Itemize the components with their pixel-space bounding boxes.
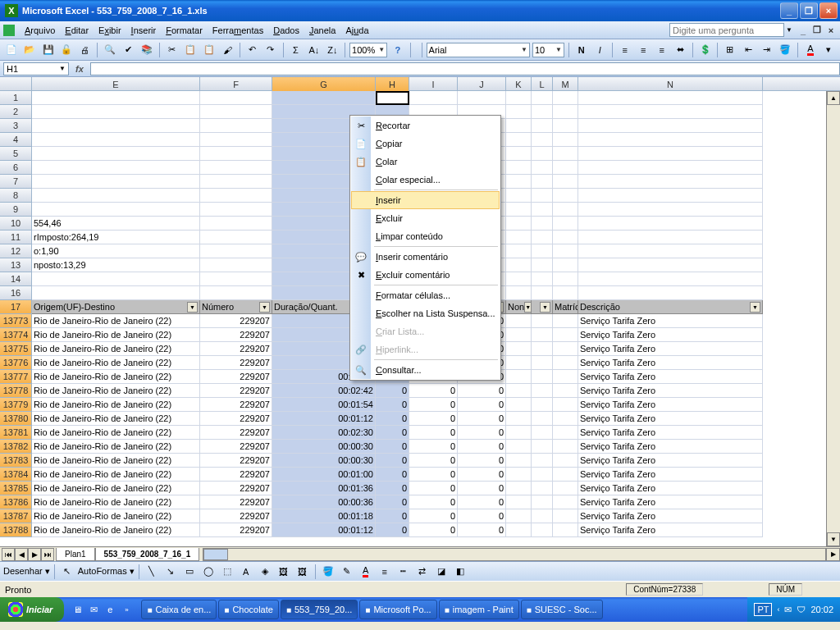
new-icon[interactable]: 📄	[3, 42, 19, 58]
row-header[interactable]: 13778	[0, 384, 32, 398]
cell[interactable]	[506, 203, 532, 217]
sheet-tab-active[interactable]: 553_759_2008_7_16_1	[95, 548, 200, 561]
quick-ie-icon[interactable]: e	[102, 601, 118, 618]
cell-origem[interactable]: Rio de Janeiro-Rio de Janeiro (22)	[32, 370, 200, 384]
cell-e[interactable]	[32, 105, 200, 119]
cell[interactable]	[532, 147, 553, 161]
cell-numero[interactable]: 229207	[200, 482, 272, 495]
cell-origem[interactable]: Rio de Janeiro-Rio de Janeiro (22)	[32, 426, 200, 440]
cell-duracao[interactable]: 00:02:30	[272, 426, 376, 440]
column-header-J[interactable]: J	[458, 77, 506, 91]
align-center-icon[interactable]: ≡	[635, 42, 651, 58]
cell[interactable]	[553, 105, 578, 119]
save-icon[interactable]: 💾	[40, 42, 56, 58]
currency-icon[interactable]: 💲	[697, 42, 713, 58]
cell-f[interactable]	[200, 258, 272, 272]
cell-descricao[interactable]: Serviço Tarifa Zero	[578, 356, 763, 370]
row-header[interactable]: 12	[0, 244, 32, 258]
horizontal-scrollbar[interactable]	[203, 548, 826, 561]
vertical-scrollbar[interactable]: ▲ ▼	[826, 91, 840, 546]
research-icon[interactable]: 📚	[139, 42, 154, 58]
cell[interactable]	[506, 105, 532, 119]
row-header[interactable]: 13784	[0, 468, 32, 482]
cell[interactable]	[532, 244, 553, 258]
column-filter-header[interactable]: ▼	[532, 300, 553, 314]
italic-icon[interactable]: I	[591, 42, 607, 58]
cell-descricao[interactable]: Serviço Tarifa Zero	[578, 384, 763, 398]
cell-k[interactable]	[506, 370, 532, 384]
cell-numero[interactable]: 229207	[200, 370, 272, 384]
cell[interactable]	[553, 244, 578, 258]
3d-icon[interactable]: ◧	[452, 564, 468, 580]
cell-k[interactable]	[506, 342, 532, 356]
cell-j[interactable]: 0	[458, 384, 506, 398]
cell-i[interactable]: 0	[409, 440, 458, 454]
cell[interactable]	[553, 203, 578, 217]
cell-e[interactable]: nposto:13,29	[32, 258, 200, 272]
cell-f[interactable]	[200, 147, 272, 161]
merge-icon[interactable]: ⬌	[672, 42, 687, 58]
cell[interactable]	[578, 105, 763, 119]
cell-numero[interactable]: 229207	[200, 468, 272, 482]
cell-origem[interactable]: Rio de Janeiro-Rio de Janeiro (22)	[32, 454, 200, 468]
cell-numero[interactable]: 229207	[200, 440, 272, 454]
row-header[interactable]: 13787	[0, 509, 32, 523]
cell-duracao[interactable]: 00:00:30	[272, 440, 376, 454]
cell[interactable]	[553, 91, 578, 105]
menu-editar[interactable]: Editar	[60, 24, 94, 37]
cell-origem[interactable]: Rio de Janeiro-Rio de Janeiro (22)	[32, 328, 200, 342]
cell[interactable]	[532, 231, 553, 244]
print-icon[interactable]: 🖨	[77, 42, 93, 58]
cell-m[interactable]	[553, 356, 578, 370]
cell[interactable]	[553, 175, 578, 189]
cell-l[interactable]	[532, 370, 553, 384]
start-button[interactable]: Iniciar	[0, 597, 64, 622]
cell[interactable]	[553, 258, 578, 272]
ask-question-input[interactable]	[669, 23, 784, 37]
cell-duracao[interactable]: 00:00:36	[272, 495, 376, 509]
cell[interactable]	[532, 286, 553, 300]
row-header[interactable]: 10	[0, 217, 32, 231]
autoshapes-menu[interactable]: AutoFormas ▾	[78, 566, 135, 577]
menu-janela[interactable]: Janela	[304, 24, 340, 37]
cell[interactable]	[532, 105, 553, 119]
column-header-M[interactable]: M	[553, 77, 578, 91]
cell-l[interactable]	[532, 440, 553, 454]
filter-button[interactable]: ▼	[259, 302, 270, 313]
cell[interactable]	[532, 175, 553, 189]
cell-h[interactable]: 0	[376, 495, 409, 509]
ctx-inserir[interactable]: Inserir	[351, 191, 500, 209]
cell-descricao[interactable]: Serviço Tarifa Zero	[578, 495, 763, 509]
spelling-icon[interactable]: ✔	[121, 42, 136, 58]
quick-desktop-icon[interactable]: 🖥	[69, 601, 85, 618]
row-header[interactable]: 14	[0, 272, 32, 286]
cell-l[interactable]	[532, 495, 553, 509]
cell-m[interactable]	[553, 342, 578, 356]
cell-k[interactable]	[506, 398, 532, 412]
tray-mail-icon[interactable]: ✉	[784, 605, 792, 615]
cell-descricao[interactable]: Serviço Tarifa Zero	[578, 468, 763, 482]
cell-numero[interactable]: 229207	[200, 495, 272, 509]
cell[interactable]	[506, 133, 532, 147]
taskbar-task[interactable]: ■imagem - Paint	[439, 600, 519, 619]
cell-i[interactable]: 0	[409, 384, 458, 398]
ctx-copiar[interactable]: 📄Copiar	[351, 135, 500, 153]
format-painter-icon[interactable]: 🖌	[219, 42, 235, 58]
open-icon[interactable]: 📂	[21, 42, 37, 58]
doc-minimize[interactable]: _	[797, 25, 809, 36]
cell-numero[interactable]: 229207	[200, 314, 272, 328]
cell-origem[interactable]: Rio de Janeiro-Rio de Janeiro (22)	[32, 509, 200, 523]
cell-f[interactable]	[200, 105, 272, 119]
cell-m[interactable]	[553, 454, 578, 468]
cell-duracao[interactable]: 00:01:36	[272, 482, 376, 495]
minimize-button[interactable]: _	[780, 2, 798, 19]
select-all-corner[interactable]	[0, 77, 32, 91]
cell[interactable]	[553, 231, 578, 244]
undo-icon[interactable]: ↶	[244, 42, 260, 58]
cell-k[interactable]	[506, 426, 532, 440]
cell-k[interactable]	[506, 440, 532, 454]
column-header-G[interactable]: G	[272, 77, 376, 91]
cell-origem[interactable]: Rio de Janeiro-Rio de Janeiro (22)	[32, 412, 200, 426]
cell-descricao[interactable]: Serviço Tarifa Zero	[578, 328, 763, 342]
picture-icon[interactable]: 🖼	[294, 564, 311, 580]
